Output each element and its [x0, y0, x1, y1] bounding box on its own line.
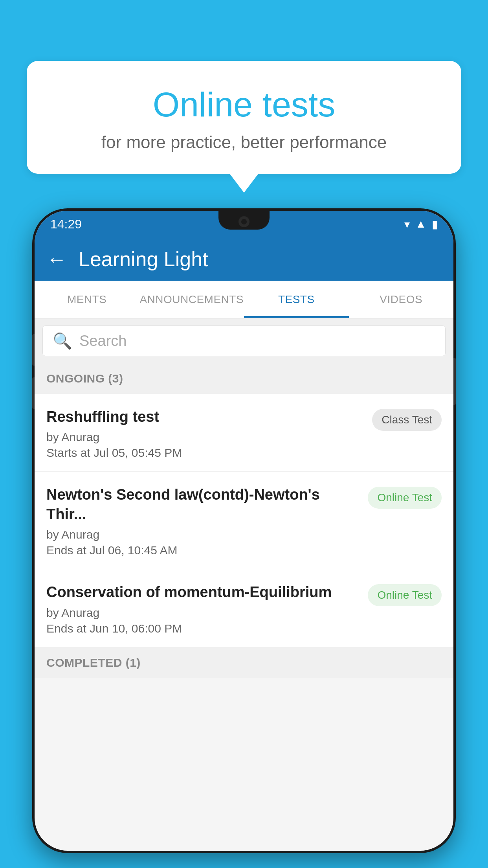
completed-section-header: COMPLETED (1)	[35, 647, 453, 678]
tab-videos[interactable]: VIDEOS	[349, 281, 454, 318]
status-icons: ▾ ▲ ▮	[404, 218, 438, 231]
test-info-3: Conservation of momentum-Equilibrium by …	[46, 583, 360, 635]
wifi-icon: ▾	[404, 218, 410, 231]
test-item-1[interactable]: Reshuffling test by Anurag Starts at Jul…	[35, 394, 453, 472]
status-time: 14:29	[50, 217, 82, 232]
test-badge-1: Class Test	[372, 409, 442, 431]
ongoing-section-header: ONGOING (3)	[35, 363, 453, 394]
test-time-3: Ends at Jun 10, 06:00 PM	[46, 622, 360, 635]
test-author-1: by Anurag	[46, 430, 364, 444]
bubble-subtitle: for more practice, better performance	[46, 132, 442, 152]
test-item-2[interactable]: Newton's Second law(contd)-Newton's Thir…	[35, 472, 453, 569]
test-title-3: Conservation of momentum-Equilibrium	[46, 583, 360, 602]
camera	[238, 216, 250, 227]
notch	[218, 211, 270, 230]
search-placeholder: Search	[79, 333, 127, 349]
app-bar: ← Learning Light	[35, 237, 453, 281]
search-container: 🔍 Search	[35, 318, 453, 363]
test-info-1: Reshuffling test by Anurag Starts at Jul…	[46, 407, 364, 460]
tab-ments[interactable]: MENTS	[35, 281, 139, 318]
phone-frame: 14:29 ▾ ▲ ▮ ← Learning Light MENTS ANNOU…	[32, 208, 456, 853]
tab-announcements[interactable]: ANNOUNCEMENTS	[139, 281, 244, 318]
back-button[interactable]: ←	[46, 247, 67, 271]
test-item-3[interactable]: Conservation of momentum-Equilibrium by …	[35, 569, 453, 647]
test-title-1: Reshuffling test	[46, 407, 364, 427]
battery-icon: ▮	[432, 218, 438, 231]
phone-screen: 14:29 ▾ ▲ ▮ ← Learning Light MENTS ANNOU…	[35, 211, 453, 851]
test-badge-2: Online Test	[368, 487, 442, 509]
test-author-3: by Anurag	[46, 606, 360, 620]
app-title: Learning Light	[79, 247, 208, 271]
test-list: Reshuffling test by Anurag Starts at Jul…	[35, 394, 453, 647]
ongoing-label: ONGOING (3)	[46, 372, 123, 385]
status-bar: 14:29 ▾ ▲ ▮	[35, 211, 453, 237]
bubble-title: Online tests	[46, 85, 442, 125]
test-author-2: by Anurag	[46, 528, 360, 541]
search-icon: 🔍	[53, 332, 72, 350]
test-time-2: Ends at Jul 06, 10:45 AM	[46, 544, 360, 557]
camera-lens	[241, 219, 247, 224]
test-title-2: Newton's Second law(contd)-Newton's Thir…	[46, 485, 360, 524]
signal-icon: ▲	[415, 218, 426, 230]
test-info-2: Newton's Second law(contd)-Newton's Thir…	[46, 485, 360, 557]
tabs-bar: MENTS ANNOUNCEMENTS TESTS VIDEOS	[35, 281, 453, 318]
speech-bubble: Online tests for more practice, better p…	[27, 61, 461, 174]
test-time-1: Starts at Jul 05, 05:45 PM	[46, 446, 364, 460]
tab-tests[interactable]: TESTS	[244, 281, 349, 318]
search-bar[interactable]: 🔍 Search	[42, 326, 446, 356]
test-badge-3: Online Test	[368, 584, 442, 606]
completed-label: COMPLETED (1)	[46, 656, 141, 669]
